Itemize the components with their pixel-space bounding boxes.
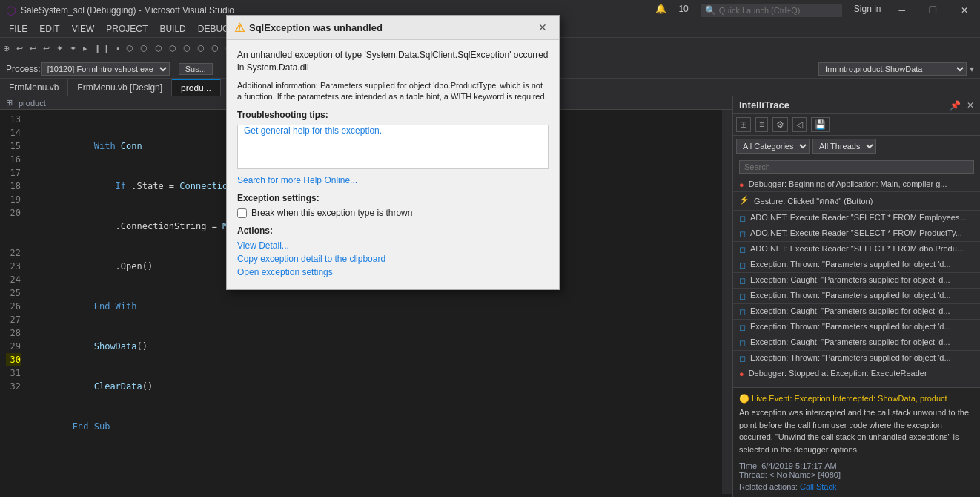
it-item-text: Gesture: Clicked "ตกลง" (Button) bbox=[754, 194, 974, 208]
exception-tip-link[interactable]: Get general help for this exception. bbox=[238, 125, 388, 140]
signal-level: 10 bbox=[678, 4, 688, 17]
it-debugger-icon: ● bbox=[739, 180, 744, 189]
editor-scrollbar[interactable] bbox=[722, 110, 732, 494]
signin-label[interactable]: Sign in bbox=[854, 4, 881, 17]
it-item-gesture[interactable]: ⚡ Gesture: Clicked "ตกลง" (Button) bbox=[733, 192, 980, 211]
intellitrace-search bbox=[733, 157, 980, 177]
intellitrace-header: IntelliTrace 📌 ✕ bbox=[733, 96, 980, 114]
it-adonet-icon: ◻ bbox=[739, 245, 746, 254]
it-item-text: Debugger: Beginning of Application: Main… bbox=[749, 180, 974, 188]
tab-product[interactable]: produ... bbox=[172, 79, 221, 96]
exception-title-text: SqlException was unhandled bbox=[249, 22, 383, 33]
intellitrace-close-icon[interactable]: ✕ bbox=[967, 100, 974, 111]
it-item-exc-caught-2[interactable]: ◻ Exception: Caught: "Parameters supplie… bbox=[733, 304, 980, 320]
it-toolbar-icon3[interactable]: ⚙ bbox=[772, 117, 788, 132]
it-item-adonet-1[interactable]: ◻ ADO.NET: Execute Reader "SELECT * FROM… bbox=[733, 211, 980, 226]
it-item-debugger-stop[interactable]: ● Debugger: Stopped at Exception: Execut… bbox=[733, 366, 980, 381]
intellitrace-search-input[interactable] bbox=[739, 160, 974, 174]
tab-frmmenu-design[interactable]: FrmMenu.vb [Design] bbox=[68, 79, 172, 96]
it-item-adonet-2[interactable]: ◻ ADO.NET: Execute Reader "SELECT * FROM… bbox=[733, 226, 980, 242]
break-on-exception-checkbox[interactable] bbox=[237, 208, 247, 218]
it-exception-icon: ◻ bbox=[739, 260, 746, 270]
exception-checkbox-row: Break when this exception type is thrown bbox=[237, 208, 549, 218]
process-select[interactable]: [10120] FormIntro.vshost.exe bbox=[41, 62, 170, 76]
it-item-text: Debugger: Stopped at Exception: ExecuteR… bbox=[749, 369, 974, 378]
exception-title-left: ⚠ SqlException was unhandled bbox=[234, 21, 383, 35]
it-item-text: Exception: Caught: "Parameters supplied … bbox=[750, 275, 974, 284]
it-item-debugger-start[interactable]: ● Debugger: Beginning of Application: Ma… bbox=[733, 177, 980, 192]
code-line-20: End Sub bbox=[30, 420, 719, 433]
exception-body: An unhandled exception of type 'System.D… bbox=[227, 40, 559, 289]
open-settings-link[interactable]: Open exception settings bbox=[237, 267, 549, 277]
it-item-exc-thrown-1[interactable]: ◻ Exception: Thrown: "Parameters supplie… bbox=[733, 257, 980, 273]
process-label: Process: bbox=[6, 64, 41, 74]
line-numbers: 13 14 15 16 17 18 19 20 22 23 24 25 26 2… bbox=[0, 110, 27, 494]
it-time-label: Time: bbox=[739, 461, 761, 470]
it-detail-text: An exception was intercepted and the cal… bbox=[739, 407, 974, 455]
it-exception-icon: ◻ bbox=[739, 307, 746, 317]
it-item-exc-thrown-3[interactable]: ◻ Exception: Thrown: "Parameters supplie… bbox=[733, 320, 980, 335]
it-item-text: Exception: Thrown: "Parameters supplied … bbox=[750, 353, 974, 362]
it-item-exc-thrown-4[interactable]: ◻ Exception: Thrown: "Parameters supplie… bbox=[733, 351, 980, 366]
titlebar-controls: 🔔 10 🔍 Sign in ─ ❐ ✕ bbox=[655, 4, 974, 17]
titlebar-title: SaleSystem_sol (Debugging) - Microsoft V… bbox=[21, 5, 234, 16]
it-item-text: ADO.NET: Execute Reader "SELECT * FROM E… bbox=[750, 213, 974, 222]
category-filter[interactable]: All Categories bbox=[736, 139, 810, 154]
maximize-button[interactable]: ❐ bbox=[923, 4, 943, 17]
intellitrace-toolbar: ⊞ ≡ ⚙ ◁ 💾 bbox=[733, 114, 980, 136]
it-adonet-icon: ◻ bbox=[739, 229, 746, 239]
it-item-exc-thrown-2[interactable]: ◻ Exception: Thrown: "Parameters supplie… bbox=[733, 289, 980, 304]
it-exception-icon: ◻ bbox=[739, 354, 746, 363]
minimize-button[interactable]: ─ bbox=[893, 4, 911, 17]
vs-logo-icon: ⬡ bbox=[6, 4, 16, 18]
it-callstack-link[interactable]: Call Stack bbox=[800, 482, 837, 491]
close-button[interactable]: ✕ bbox=[955, 4, 974, 17]
it-toolbar-icon5[interactable]: 💾 bbox=[811, 117, 830, 132]
it-toolbar-icon2[interactable]: ≡ bbox=[755, 117, 768, 132]
exception-titlebar: ⚠ SqlException was unhandled ✕ bbox=[227, 16, 559, 40]
it-toolbar-icon4[interactable]: ◁ bbox=[792, 117, 807, 132]
menu-view[interactable]: VIEW bbox=[66, 22, 101, 36]
quick-launch-input[interactable] bbox=[719, 6, 838, 15]
it-thread-row: Thread: < No Name> [4080] bbox=[739, 470, 974, 479]
it-exception-icon: ◻ bbox=[739, 292, 746, 301]
it-time-row: Time: 6/4/2019 5:17:17 AM bbox=[739, 461, 974, 470]
it-time-value: 6/4/2019 5:17:17 AM bbox=[761, 461, 837, 470]
it-live-event: 🟡 Live Event: Exception Intercepted: Sho… bbox=[739, 394, 974, 404]
intellitrace-detail: 🟡 Live Event: Exception Intercepted: Sho… bbox=[733, 387, 980, 497]
it-thread-label: Thread: bbox=[739, 470, 769, 479]
exception-settings-label: Exception settings: bbox=[237, 193, 549, 203]
it-item-text: ADO.NET: Execute Reader "SELECT * FROM d… bbox=[750, 244, 974, 253]
it-exception-icon: ◻ bbox=[739, 276, 746, 286]
it-item-exc-caught-3[interactable]: ◻ Exception: Caught: "Parameters supplie… bbox=[733, 335, 980, 351]
exception-close-button[interactable]: ✕ bbox=[534, 20, 552, 35]
intellitrace-pin-icon[interactable]: 📌 bbox=[950, 100, 961, 111]
menu-project[interactable]: PROJECT bbox=[100, 22, 153, 36]
exception-troubleshoot-label: Troubleshooting tips: bbox=[237, 110, 549, 120]
break-on-exception-label: Break when this exception type is thrown bbox=[251, 208, 412, 218]
copy-exception-link[interactable]: Copy exception detail to the clipboard bbox=[237, 254, 549, 264]
breadcrumb-text: product bbox=[19, 99, 46, 108]
menu-build[interactable]: BUILD bbox=[153, 22, 191, 36]
it-item-exc-caught-1[interactable]: ◻ Exception: Caught: "Parameters supplie… bbox=[733, 273, 980, 289]
it-item-text: Exception: Thrown: "Parameters supplied … bbox=[750, 291, 974, 300]
intellitrace-panel: IntelliTrace 📌 ✕ ⊞ ≡ ⚙ ◁ 💾 All Categorie… bbox=[732, 96, 980, 497]
it-item-text: ADO.NET: Execute Reader "SELECT * FROM P… bbox=[750, 228, 974, 237]
tab-frmmenu-vb[interactable]: FrmMenu.vb bbox=[0, 79, 68, 96]
exception-dialog: ⚠ SqlException was unhandled ✕ An unhand… bbox=[226, 15, 560, 290]
view-detail-link[interactable]: View Detail... bbox=[237, 240, 549, 251]
it-related-actions: Related actions: Call Stack bbox=[739, 482, 974, 491]
suspend-button[interactable]: Sus... bbox=[179, 63, 213, 75]
it-gesture-icon: ⚡ bbox=[739, 195, 749, 205]
it-toolbar-icon1[interactable]: ⊞ bbox=[736, 117, 751, 132]
debug-toolbar-icon: ▾ bbox=[970, 64, 974, 74]
menu-file[interactable]: FILE bbox=[3, 22, 33, 36]
exception-actions-label: Actions: bbox=[237, 226, 549, 236]
notification-icon[interactable]: 🔔 bbox=[655, 4, 666, 17]
it-related-label: Related actions: bbox=[739, 482, 800, 491]
exception-search-online-link[interactable]: Search for more Help Online... bbox=[237, 175, 549, 185]
threads-filter[interactable]: All Threads bbox=[812, 139, 876, 154]
it-item-adonet-3[interactable]: ◻ ADO.NET: Execute Reader "SELECT * FROM… bbox=[733, 242, 980, 257]
debug-location-select[interactable]: frmIntro.product.ShowData bbox=[818, 62, 967, 76]
menu-edit[interactable]: EDIT bbox=[33, 22, 65, 36]
